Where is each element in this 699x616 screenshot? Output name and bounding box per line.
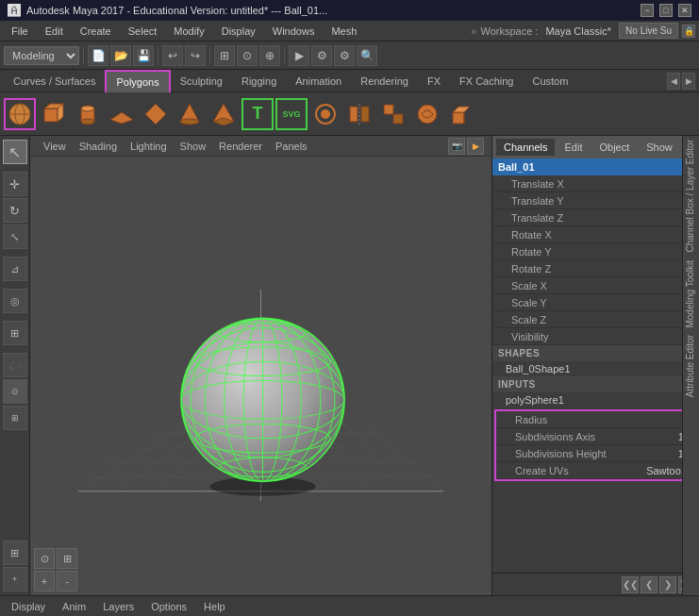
side-label-modeling-toolkit[interactable]: Modeling Toolkit [683, 257, 699, 332]
vp-icon-3[interactable]: + [34, 571, 55, 591]
cb-tab-show[interactable]: Show [639, 139, 680, 156]
shape-name[interactable]: Ball_0Shape1 [492, 361, 699, 376]
render-settings-button[interactable]: ⚙ [334, 45, 355, 66]
component-icon-button[interactable]: ⊙ [3, 379, 27, 404]
tab-fx[interactable]: FX [418, 70, 450, 92]
channel-row-visibility[interactable]: Visibility on [492, 328, 699, 345]
undo-button[interactable]: ↩ [162, 45, 183, 66]
channel-row-rotate-z[interactable]: Rotate Z 0 [492, 260, 699, 277]
menu-display[interactable]: Display [214, 24, 263, 39]
shelf-mirror-icon[interactable] [343, 98, 375, 130]
channel-row-create-uvs[interactable]: Create UVs Sawtoo... [496, 462, 695, 479]
channel-row-scale-x[interactable]: Scale X 1 [492, 277, 699, 294]
soft-select-button[interactable]: ◎ [3, 289, 27, 313]
vp-icon-2[interactable]: ⊞ [57, 548, 77, 569]
tab-animation[interactable]: Animation [286, 70, 351, 92]
side-label-channel-box[interactable]: Channel Box / Layer Editor [683, 136, 699, 257]
vp-icon-1[interactable]: ⊙ [34, 548, 55, 569]
show-manipulator-button[interactable]: ⊞ [3, 321, 27, 345]
channel-row-radius[interactable]: Radius 7 [496, 411, 695, 428]
channel-row-rotate-y[interactable]: Rotate Y 0 [492, 243, 699, 260]
channel-row-scale-z[interactable]: Scale Z 1 [492, 311, 699, 328]
vp-menu-shading[interactable]: Shading [74, 139, 123, 154]
channel-object-name[interactable]: Ball_01 [492, 158, 699, 175]
new-file-button[interactable]: 📄 [88, 45, 108, 66]
snap-point-button[interactable]: ⊕ [259, 45, 280, 66]
side-label-attribute-editor[interactable]: Attribute Editor [683, 331, 699, 401]
menu-edit[interactable]: Edit [38, 24, 71, 39]
tab-rendering[interactable]: Rendering [351, 70, 418, 92]
ipr-render-button[interactable]: ⚙ [311, 45, 332, 66]
cb-arrow-3[interactable]: ❯ [659, 576, 676, 593]
cb-arrow-1[interactable]: ❮❮ [622, 576, 639, 593]
redo-button[interactable]: ↪ [185, 45, 206, 66]
channel-row-translate-x[interactable]: Translate X 0 [492, 175, 699, 192]
shelf-svg-icon[interactable]: SVG [275, 98, 308, 130]
workspace-value[interactable]: Maya Classic* [541, 25, 615, 37]
shelf-combine-icon[interactable] [377, 98, 409, 130]
save-file-button[interactable]: 💾 [133, 45, 154, 66]
open-file-button[interactable]: 📂 [110, 45, 131, 66]
vp-arrow-icon[interactable]: ▶ [467, 138, 484, 155]
menu-select[interactable]: Select [121, 24, 165, 39]
bottom-anim[interactable]: Anim [55, 599, 93, 614]
menu-file[interactable]: File [4, 24, 36, 39]
no-live-sub[interactable]: No Live Su [619, 23, 678, 39]
bottom-layers[interactable]: Layers [95, 599, 141, 614]
channel-row-subdiv-height[interactable]: Subdivisions Height 10 [496, 445, 695, 462]
cb-tab-channels[interactable]: Channels [496, 139, 555, 156]
shelf-circle-icon[interactable] [309, 98, 341, 130]
shelf-text-icon[interactable]: T [241, 98, 274, 130]
maximize-button[interactable]: □ [659, 4, 673, 17]
select-tool-button[interactable]: ↖ [3, 140, 27, 164]
hotbox-button[interactable]: + [3, 567, 27, 591]
select-by-name-button[interactable]: 🔍 [357, 45, 377, 66]
quad-layout-button[interactable]: ⊞ [3, 541, 27, 565]
grid-toggle-button[interactable]: ⊞ [3, 406, 27, 430]
shelf-extrude-icon[interactable] [445, 98, 477, 130]
menu-create[interactable]: Create [73, 24, 119, 39]
cb-tab-edit[interactable]: Edit [557, 139, 590, 156]
shelf-smooth-icon[interactable] [411, 98, 443, 130]
move-tool-button[interactable]: ✛ [3, 172, 27, 196]
bottom-display[interactable]: Display [4, 599, 53, 614]
render-button[interactable]: ▶ [289, 45, 309, 66]
channel-row-translate-z[interactable]: Translate Z 0 [492, 209, 699, 226]
shelf-plane-icon[interactable] [106, 98, 138, 130]
lock-icon[interactable]: 🔒 [682, 25, 695, 38]
camera-dolly-button[interactable]: 🎥 [3, 353, 27, 377]
viewport-canvas[interactable]: ⊙ ⊞ + - [30, 157, 491, 595]
menu-modify[interactable]: Modify [166, 24, 211, 39]
vp-menu-show[interactable]: Show [175, 139, 212, 154]
cb-arrow-2[interactable]: ❮ [641, 576, 657, 593]
tab-curves-surfaces[interactable]: Curves / Surfaces [4, 70, 105, 92]
vp-icon-4[interactable]: - [57, 571, 77, 591]
tab-scroll-left[interactable]: ◀ [667, 73, 680, 90]
menu-windows[interactable]: Windows [265, 24, 323, 39]
tab-rigging[interactable]: Rigging [232, 70, 286, 92]
tab-fx-caching[interactable]: FX Caching [450, 70, 523, 92]
tab-sculpting[interactable]: Sculpting [171, 70, 232, 92]
vp-menu-lighting[interactable]: Lighting [125, 139, 173, 154]
lasso-select-button[interactable]: ⊿ [3, 257, 27, 281]
scale-tool-button[interactable]: ⤡ [3, 225, 27, 249]
snap-grid-button[interactable]: ⊞ [214, 45, 235, 66]
rotate-tool-button[interactable]: ↻ [3, 198, 27, 223]
bottom-options[interactable]: Options [143, 599, 194, 614]
channel-row-subdiv-axis[interactable]: Subdivisions Axis 10 [496, 428, 695, 445]
vp-camera-icon[interactable]: 📷 [448, 138, 465, 155]
close-button[interactable]: ✕ [678, 4, 691, 17]
shelf-cone-icon[interactable] [174, 98, 206, 130]
shelf-diamond-icon[interactable] [140, 98, 172, 130]
shelf-cylinder-icon[interactable] [72, 98, 104, 130]
tab-scroll-right[interactable]: ▶ [682, 73, 695, 90]
vp-menu-view[interactable]: View [38, 139, 72, 154]
shelf-pyramid-icon[interactable] [208, 98, 240, 130]
shelf-sphere-icon[interactable] [4, 98, 36, 130]
cb-tab-object[interactable]: Object [591, 139, 637, 156]
menu-mesh[interactable]: Mesh [324, 24, 364, 39]
tab-polygons[interactable]: Polygons [105, 70, 170, 92]
channel-row-scale-y[interactable]: Scale Y 1 [492, 294, 699, 311]
channel-row-translate-y[interactable]: Translate Y 0 [492, 192, 699, 209]
bottom-help[interactable]: Help [196, 599, 233, 614]
